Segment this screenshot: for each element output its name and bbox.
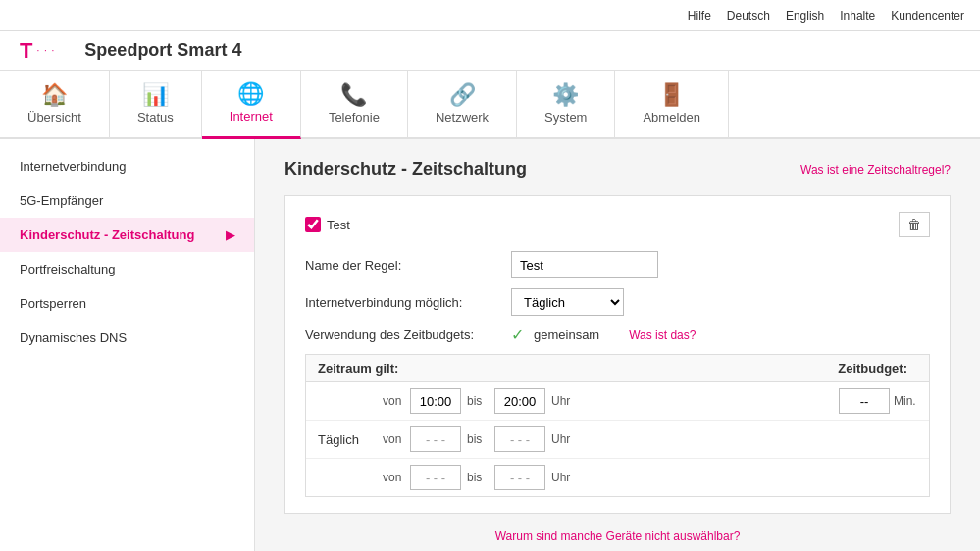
zeitraum-row-1: von bis Uhr Min.	[306, 382, 929, 421]
sidebar-item-portsperren[interactable]: Portsperren	[0, 286, 254, 321]
uhr-label-1: Uhr	[551, 394, 570, 408]
sidebar-label-internetverbindung: Internetverbindung	[20, 159, 126, 174]
kinderschutz-arrow-icon: ▶	[226, 228, 234, 242]
bis-label-2: bis	[467, 432, 489, 446]
rule-enabled-checkbox[interactable]	[305, 217, 321, 232]
bis-time-input-1[interactable]	[494, 388, 545, 414]
internetverbindung-row: Internetverbindung möglich: Täglich Woch…	[305, 288, 930, 316]
zeitraum-gilt-label: Zeitraum gilt:	[318, 361, 398, 376]
name-regel-row: Name der Regel:	[305, 251, 930, 278]
status-icon: 📊	[142, 84, 169, 106]
name-regel-input[interactable]	[511, 251, 658, 278]
nav-internet[interactable]: 🌐 Internet	[202, 71, 301, 139]
sidebar-item-5g-empfaenger[interactable]: 5G-Empfänger	[0, 183, 254, 218]
von-label-1: von	[383, 394, 404, 408]
content-wrapper: Internetverbindung 5G-Empfänger Kindersc…	[0, 139, 980, 551]
budget-group-1: Min.	[839, 388, 917, 414]
was-ist-das-link[interactable]: Was ist das?	[629, 328, 696, 342]
von-time-input-1[interactable]	[410, 388, 461, 414]
nav-uebersicht[interactable]: 🏠 Übersicht	[0, 71, 110, 137]
nav-telefonie-label: Telefonie	[329, 110, 380, 125]
taeglich-label: Täglich	[318, 432, 377, 447]
nav-system-label: System	[544, 110, 587, 125]
sidebar-label-portfreischaltung: Portfreischaltung	[20, 262, 116, 276]
delete-icon: 🗑	[907, 217, 921, 232]
zeitraum-section: Zeitraum gilt: Zeitbudget: von bis	[305, 354, 930, 497]
netzwerk-icon: 🔗	[449, 84, 476, 106]
nav-telefonie[interactable]: 📞 Telefonie	[301, 71, 408, 137]
verwendung-row: Verwendung des Zeitbudgets: ✓ gemeinsam …	[305, 326, 930, 344]
page-title: Kinderschutz - Zeitschaltung	[284, 159, 527, 179]
english-link[interactable]: English	[786, 9, 824, 23]
verwendung-check-icon: ✓	[511, 326, 524, 344]
nav-internet-label: Internet	[230, 109, 273, 124]
t-logo-symbol: T	[20, 40, 32, 62]
sidebar-label-5g: 5G-Empfänger	[20, 193, 103, 208]
sidebar-label-kinderschutz: Kinderschutz - Zeitschaltung	[20, 227, 194, 242]
warum-geraete-link[interactable]: Warum sind manche Geräte nicht auswählba…	[284, 529, 951, 543]
bis-label-1: bis	[467, 394, 489, 408]
nav-uebersicht-label: Übersicht	[27, 110, 81, 125]
bis-dash-input-2[interactable]	[494, 426, 545, 452]
min-label-1: Min.	[894, 394, 916, 408]
name-regel-label: Name der Regel:	[305, 258, 501, 273]
zeitraum-row-2: Täglich von bis Uhr	[306, 421, 929, 459]
bis-label-3: bis	[467, 471, 489, 484]
page-header: Kinderschutz - Zeitschaltung Was ist ein…	[284, 159, 951, 179]
uhr-label-3: Uhr	[551, 471, 570, 484]
kundencenter-link[interactable]: Kundencenter	[891, 9, 964, 23]
von-label-2: von	[383, 432, 404, 446]
von-bis-row-3: von bis Uhr	[383, 465, 917, 490]
nav-netzwerk[interactable]: 🔗 Netzwerk	[408, 71, 517, 137]
nav-status-label: Status	[137, 110, 174, 125]
verwendung-value-group: ✓ gemeinsam Was ist das?	[511, 326, 696, 344]
top-navigation: Hilfe Deutsch English Inhalte Kundencent…	[0, 0, 980, 31]
rule-enabled-label[interactable]: Test	[305, 217, 350, 232]
inhalte-link[interactable]: Inhalte	[840, 9, 875, 23]
nav-status[interactable]: 📊 Status	[110, 71, 202, 137]
zeitraum-row-3: von bis Uhr	[306, 459, 929, 496]
nav-system[interactable]: ⚙️ System	[517, 71, 615, 137]
nav-abmelden-label: Abmelden	[643, 110, 700, 125]
von-dash-input-3[interactable]	[410, 465, 461, 490]
von-dash-input-2[interactable]	[410, 426, 461, 452]
sidebar-item-dynamisches-dns[interactable]: Dynamisches DNS	[0, 321, 254, 355]
sidebar: Internetverbindung 5G-Empfänger Kindersc…	[0, 139, 255, 551]
nav-abmelden[interactable]: 🚪 Abmelden	[615, 71, 729, 137]
internet-icon: 🌐	[237, 83, 264, 105]
budget-input-1[interactable]	[839, 388, 890, 414]
delete-rule-button[interactable]: 🗑	[899, 212, 930, 237]
verwendung-value: gemeinsam	[534, 327, 599, 342]
uhr-label-2: Uhr	[551, 432, 570, 446]
sidebar-item-portfreischaltung[interactable]: Portfreischaltung	[0, 252, 254, 286]
nav-netzwerk-label: Netzwerk	[436, 110, 489, 125]
sidebar-item-kinderschutz[interactable]: Kinderschutz - Zeitschaltung ▶	[0, 218, 254, 252]
zeitschaltregel-info-link[interactable]: Was ist eine Zeitschaltregel?	[800, 163, 951, 176]
verwendung-label: Verwendung des Zeitbudgets:	[305, 327, 501, 342]
zeitbudget-label: Zeitbudget:	[838, 361, 907, 376]
zeitraum-table-header: Zeitraum gilt: Zeitbudget:	[306, 355, 929, 382]
form-card: Test 🗑 Name der Regel: Internetverbindun…	[284, 195, 951, 514]
router-title: Speedport Smart 4	[84, 40, 241, 61]
main-navigation: 🏠 Übersicht 📊 Status 🌐 Internet 📞 Telefo…	[0, 71, 980, 139]
main-content: Kinderschutz - Zeitschaltung Was ist ein…	[255, 139, 980, 551]
abmelden-icon: 🚪	[658, 84, 685, 106]
hilfe-link[interactable]: Hilfe	[688, 9, 711, 23]
deutsch-link[interactable]: Deutsch	[727, 9, 770, 23]
rule-name-row: Test	[305, 217, 350, 232]
telefonie-icon: 📞	[340, 84, 367, 106]
von-bis-row-1: von bis Uhr	[383, 388, 833, 414]
von-bis-row-2: von bis Uhr	[383, 426, 917, 452]
uebersicht-icon: 🏠	[41, 84, 68, 106]
internetverbindung-label: Internetverbindung möglich:	[305, 295, 501, 310]
rule-name-text: Test	[327, 218, 350, 232]
rule-header: Test 🗑	[305, 212, 930, 237]
sidebar-label-dynamisches-dns: Dynamisches DNS	[20, 330, 127, 345]
t-logo-dots: · · ·	[36, 45, 55, 56]
internetverbindung-select[interactable]: Täglich Wochentags Wochenende	[511, 288, 624, 316]
sidebar-label-portsperren: Portsperren	[20, 296, 86, 311]
sidebar-item-internetverbindung[interactable]: Internetverbindung	[0, 149, 254, 183]
telekom-logo: T · · ·	[20, 40, 55, 62]
zeitraum-table: Zeitraum gilt: Zeitbudget: von bis	[305, 354, 930, 497]
bis-dash-input-3[interactable]	[494, 465, 545, 490]
